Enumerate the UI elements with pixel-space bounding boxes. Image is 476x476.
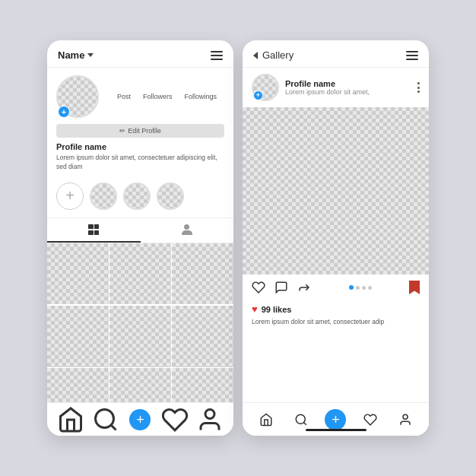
right-heart-icon [363,413,377,427]
gallery-title: Gallery [262,49,294,61]
actions-left [252,281,311,294]
right-profile-nav-button[interactable] [392,406,419,433]
home-icon [57,406,84,433]
right-header: Gallery [243,40,429,68]
post-add-story-badge[interactable] [253,90,263,100]
person-tag-icon [182,224,192,236]
right-home-icon [259,413,273,427]
stats-row: Post Followers Followings [109,93,224,100]
svg-point-5 [403,414,408,419]
svg-point-3 [296,414,305,424]
grid-post-5[interactable] [109,306,171,367]
dot-4 [368,286,372,290]
dot-1 [349,285,354,290]
plus-icon: + [129,409,151,430]
left-header: Name [47,40,233,68]
likes-section: ♥ 99 likes Lorem ipsum dolor sit amet, c… [243,300,429,332]
heart-filled-icon: ♥ [252,303,258,315]
likes-row: ♥ 99 likes [252,303,420,315]
stat-posts: Post [117,93,131,100]
highlight-1[interactable] [90,182,117,210]
share-icon [297,281,311,294]
right-plus-icon: + [325,409,346,430]
phone-left: Name Post [47,40,233,436]
phones-container: Name Post [47,40,429,436]
dot-3 [362,286,366,290]
profile-nav-button[interactable] [196,406,224,433]
tabs-row [47,217,233,243]
highlights-row: + [47,182,233,210]
bottom-nav: + [47,402,233,436]
search-nav-button[interactable] [92,406,119,433]
svg-line-4 [303,422,306,424]
profile-name: Profile name [56,142,224,151]
likes-count: 99 likes [262,305,292,314]
post-caption: Lorem ipsum dolor sit amet, consectetuer… [252,318,420,327]
chevron-down-icon [87,53,94,57]
edit-profile-button[interactable]: ✏ Edit Profile [56,124,224,138]
tab-grid[interactable] [47,218,141,243]
svg-line-1 [111,424,116,430]
grid-post-1[interactable] [47,243,109,305]
profile-top: Post Followers Followings [56,75,224,118]
phone-right: Gallery Profile name Lorem ipsum dolor s… [243,40,429,436]
carousel-dots [349,285,372,290]
home-indicator [306,429,367,431]
actions-row [243,274,429,300]
add-nav-button[interactable]: + [126,406,154,433]
post-profile-left: Profile name Lorem ipsum dolor sit amet, [252,74,370,101]
back-chevron-icon [253,52,258,59]
grid-post-6[interactable] [172,306,233,367]
post-user-info: Profile name Lorem ipsum dolor sit amet, [285,79,370,96]
search-icon [92,406,119,433]
profile-section: Post Followers Followings ✏ Edit Profile… [47,68,233,182]
add-story-button[interactable] [58,106,70,118]
edit-profile-label: Edit Profile [128,127,161,135]
stat-followers: Followers [143,93,173,100]
avatar-wrap [56,75,99,118]
right-person-icon [398,413,412,427]
svg-point-0 [95,409,113,427]
like-button[interactable] [252,281,265,294]
post-profile-row: Profile name Lorem ipsum dolor sit amet, [243,68,429,107]
menu-icon[interactable] [211,51,223,60]
pencil-icon: ✏ [119,127,125,135]
right-search-icon [294,413,308,427]
highlight-2[interactable] [123,182,151,210]
post-sub-text: Lorem ipsum dolor sit amet, [285,88,370,96]
heart-icon [161,406,189,433]
grid-icon [88,224,99,235]
highlight-3[interactable] [157,182,184,210]
comment-button[interactable] [274,281,288,294]
tab-tagged[interactable] [141,218,234,243]
bookmark-icon [409,281,420,294]
dot-2 [356,286,360,290]
share-button[interactable] [297,281,311,294]
bio-text: Lorem ipsum dolor sit amet, consectetuer… [56,154,224,172]
username-dropdown[interactable]: Name [58,49,94,61]
post-avatar [252,74,279,101]
grid-post-2[interactable] [109,243,171,305]
back-button[interactable]: Gallery [253,49,294,61]
stat-followers-label: Followers [143,93,173,100]
right-home-nav-button[interactable] [252,406,280,433]
comment-icon [274,281,288,294]
add-highlight-button[interactable]: + [56,182,84,210]
home-nav-button[interactable] [57,406,84,433]
heart-nav-button[interactable] [161,406,189,433]
right-menu-icon[interactable] [406,51,418,60]
stat-followings: Followings [185,93,217,100]
username-text: Name [58,49,84,61]
save-button[interactable] [409,281,420,294]
stat-followings-label: Followings [185,93,217,100]
grid-post-4[interactable] [47,306,109,367]
more-options-button[interactable] [417,82,420,93]
person-icon [196,406,224,433]
post-image [243,107,429,274]
grid-post-3[interactable] [172,243,233,305]
stat-posts-label: Post [117,93,131,100]
post-profile-name: Profile name [285,79,370,88]
heart-outline-icon [252,281,265,294]
svg-point-2 [205,409,214,418]
